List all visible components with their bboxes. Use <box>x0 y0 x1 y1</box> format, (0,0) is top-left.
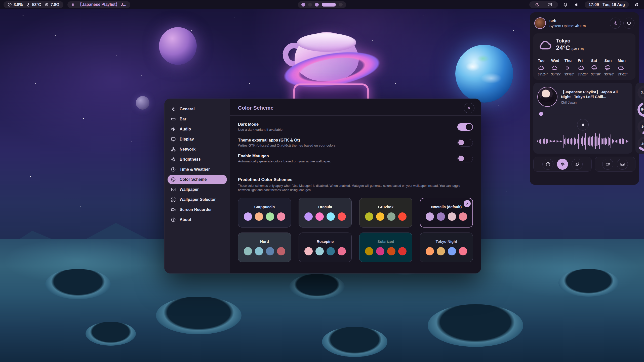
cloud-icon <box>538 39 552 50</box>
balanced-mode-button[interactable] <box>557 159 568 170</box>
power-button[interactable] <box>623 18 634 29</box>
system-stats-pill[interactable]: 3.8% 53°C 7.8G <box>4 1 63 8</box>
scheme-card-catppuccin[interactable]: Catppuccin <box>238 198 291 228</box>
bar-icon <box>171 116 176 122</box>
workspace-dot-4-active[interactable] <box>322 3 336 7</box>
cpu-temp: 53°C <box>26 3 41 7</box>
network-icon <box>171 147 176 152</box>
gauge-icon <box>546 162 550 167</box>
close-button[interactable] <box>464 103 474 113</box>
pause-button[interactable] <box>577 119 589 130</box>
workspace-dot-1[interactable] <box>301 3 305 7</box>
swatch <box>387 212 395 221</box>
album-art <box>537 87 557 107</box>
sidebar-label: General <box>180 107 195 111</box>
sidebar-item-bar[interactable]: Bar <box>168 114 227 124</box>
sidebar-item-display[interactable]: Display <box>168 134 227 144</box>
forecast-day: Sat 36°/26° <box>591 58 604 76</box>
workspace-dot-5[interactable] <box>339 3 343 7</box>
divider <box>230 115 481 116</box>
sidebar-item-general[interactable]: General <box>168 104 227 114</box>
pause-icon <box>71 3 75 7</box>
swatch <box>398 247 407 255</box>
swatch <box>266 212 274 221</box>
scheme-card-noctalia-default[interactable]: Noctalia (default) <box>420 198 473 228</box>
theme-external-apps-toggle[interactable] <box>457 139 473 147</box>
volume-icon[interactable] <box>573 1 581 9</box>
swatch <box>426 212 434 221</box>
sidebar-item-audio[interactable]: Audio <box>168 124 227 134</box>
scheme-card-rosepine[interactable]: Rosepine <box>299 233 352 262</box>
small-moon <box>136 96 149 110</box>
scheme-card-tokyo-night[interactable]: Tokyo Night <box>420 233 473 262</box>
sidebar-item-wallpaper-selector[interactable]: Wallpaper Selector <box>168 195 227 204</box>
sidebar-item-screen-recorder[interactable]: Screen Recorder <box>168 205 227 214</box>
scheme-name: Gruvbox <box>378 205 394 209</box>
swatch <box>327 247 335 255</box>
dashboard-grid-icon[interactable] <box>632 1 640 9</box>
wallpaper-icon[interactable] <box>546 1 554 9</box>
caffeine-icon[interactable] <box>533 1 541 9</box>
swatch <box>315 212 324 221</box>
sidebar-item-color-scheme[interactable]: Color Scheme <box>168 175 227 184</box>
toggle-title: Theme external apps (GTK & Qt) <box>238 138 336 143</box>
workspace-dot-2[interactable] <box>308 3 312 7</box>
performance-mode-button[interactable] <box>542 159 553 170</box>
screen-record-button[interactable] <box>602 159 613 170</box>
media-progress-slider[interactable] <box>537 112 628 116</box>
swatch <box>244 247 252 255</box>
image-select-icon <box>171 197 176 202</box>
bell-icon[interactable] <box>561 1 570 9</box>
scheme-card-gruvbox[interactable]: Gruvbox <box>359 198 412 228</box>
swatch <box>387 247 395 255</box>
leaf-icon <box>575 162 580 167</box>
clock-pill[interactable]: 17:09 - Tue, 19 Aug <box>585 1 629 8</box>
sidebar-label: Color Scheme <box>180 177 207 182</box>
settings-button[interactable] <box>610 18 621 29</box>
swatch <box>244 212 252 221</box>
settings-window: General Bar Audio Display Network Bright… <box>164 99 481 274</box>
cpu-temp-gauge: 54°C <box>637 102 644 117</box>
toggle-title: Dark Mode <box>238 122 284 127</box>
scheme-card-dracula[interactable]: Dracula <box>299 198 352 228</box>
scales-icon <box>560 162 565 167</box>
swatch <box>266 247 274 255</box>
power-icon <box>626 21 631 26</box>
dark-mode-toggle[interactable] <box>457 123 473 131</box>
brightness-icon <box>171 157 176 162</box>
page-title: Color Scheme <box>238 105 473 111</box>
wallpaper-icon <box>620 162 625 167</box>
media-pill[interactable]: 【Japanese Playlist】 J... <box>67 1 130 8</box>
cloud-icon <box>578 65 591 71</box>
cloud-icon <box>618 65 631 71</box>
swatch <box>459 212 467 221</box>
scheme-card-nord[interactable]: Nord <box>238 233 291 262</box>
wallpaper-button[interactable] <box>617 159 628 170</box>
pause-icon <box>581 123 585 127</box>
scheme-name: Noctalia (default) <box>431 205 462 209</box>
sidebar-item-brightness[interactable]: Brightness <box>168 155 227 164</box>
sidebar-item-wallpaper[interactable]: Wallpaper <box>168 185 227 194</box>
check-icon <box>465 202 469 205</box>
powersave-mode-button[interactable] <box>572 159 583 170</box>
scheme-card-solarized[interactable]: Solarized <box>359 233 412 262</box>
swatch <box>327 212 335 221</box>
weather-city: Tokyo <box>556 38 584 44</box>
sidebar-item-time-weather[interactable]: Time & Weather <box>168 165 227 174</box>
slider-knob[interactable] <box>539 112 543 116</box>
video-icon <box>606 162 610 167</box>
swatches <box>244 247 285 255</box>
quickbar-left <box>533 157 592 172</box>
sidebar-item-network[interactable]: Network <box>168 145 227 154</box>
close-icon <box>467 106 471 110</box>
media-subtitle: Chill Japan. <box>561 101 628 104</box>
sidebar-label: Display <box>180 137 194 142</box>
workspace-dot-3[interactable] <box>315 3 319 7</box>
swatch <box>315 247 324 255</box>
enable-matugen-toggle[interactable] <box>457 155 473 162</box>
settings-sidebar: General Bar Audio Display Network Bright… <box>165 99 230 273</box>
sidebar-item-about[interactable]: About <box>168 215 227 224</box>
sidebar-label: Brightness <box>180 157 201 162</box>
swatch <box>437 212 445 221</box>
gear-icon <box>613 21 618 26</box>
